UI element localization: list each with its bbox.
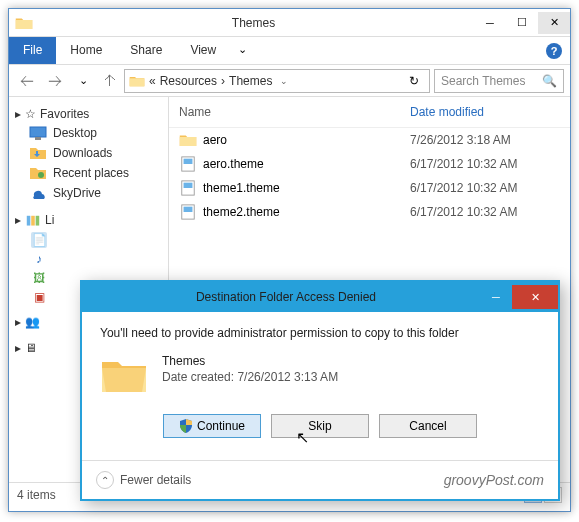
svg-rect-3 — [27, 216, 31, 226]
dialog-footer: ⌃ Fewer details groovyPost.com — [82, 460, 558, 499]
dialog-title: Destination Folder Access Denied — [92, 290, 480, 304]
svg-rect-1 — [35, 137, 41, 140]
tab-home[interactable]: Home — [56, 37, 116, 64]
fewer-details-link[interactable]: Fewer details — [120, 473, 191, 487]
tab-file[interactable]: File — [9, 37, 56, 64]
up-button[interactable]: 🡡 — [100, 69, 120, 93]
search-input[interactable]: Search Themes 🔍 — [434, 69, 564, 93]
column-headers: Name Date modified — [169, 97, 570, 128]
sidebar-item-downloads[interactable]: Downloads — [13, 143, 164, 163]
access-denied-dialog: Destination Folder Access Denied ─ ✕ You… — [80, 280, 560, 501]
svg-point-2 — [38, 172, 44, 178]
window-title: Themes — [33, 16, 474, 30]
recent-icon — [29, 166, 47, 180]
dialog-body: You'll need to provide administrator per… — [82, 312, 558, 460]
sidebar-item-recent[interactable]: Recent places — [13, 163, 164, 183]
minimize-button[interactable]: ─ — [474, 12, 506, 34]
column-name[interactable]: Name — [179, 105, 410, 119]
dialog-close-button[interactable]: ✕ — [512, 285, 558, 309]
favorites-group: ▸ ☆ Favorites Desktop Downloads Recent p… — [13, 105, 164, 203]
svg-rect-9 — [184, 183, 193, 188]
address-bar[interactable]: « Resources › Themes ⌄ ↻ — [124, 69, 430, 93]
folder-large-icon — [100, 354, 148, 396]
chevron-icon: ▸ — [15, 315, 21, 329]
desktop-icon — [29, 126, 47, 140]
list-item-file[interactable]: aero.theme 6/17/2012 10:32 AM — [169, 152, 570, 176]
refresh-button[interactable]: ↻ — [403, 74, 425, 88]
chevron-icon: ▸ — [15, 213, 21, 227]
chevron-up-icon[interactable]: ⌃ — [96, 471, 114, 489]
help-icon[interactable]: ? — [546, 43, 562, 59]
pictures-icon[interactable]: 🖼 — [31, 270, 47, 286]
column-date[interactable]: Date modified — [410, 105, 560, 119]
libraries-icon — [25, 214, 41, 226]
dialog-message: You'll need to provide administrator per… — [100, 326, 540, 340]
dialog-buttons: Continue Skip Cancel — [100, 414, 540, 438]
star-icon: ☆ — [25, 107, 36, 121]
dialog-folder-date: Date created: 7/26/2012 3:13 AM — [162, 370, 338, 384]
favorites-header[interactable]: ▸ ☆ Favorites — [13, 105, 164, 123]
tab-share[interactable]: Share — [116, 37, 176, 64]
svg-rect-0 — [30, 127, 46, 137]
chevron-down-icon[interactable]: ⌄ — [276, 76, 292, 86]
titlebar: Themes ─ ☐ ✕ — [9, 9, 570, 37]
svg-rect-4 — [31, 216, 35, 226]
sidebar-item-skydrive[interactable]: SkyDrive — [13, 183, 164, 203]
breadcrumb[interactable]: « Resources › Themes — [145, 74, 276, 88]
music-icon[interactable]: ♪ — [31, 251, 47, 267]
ribbon-expand-icon[interactable]: ⌄ — [230, 37, 255, 64]
continue-button[interactable]: Continue — [163, 414, 261, 438]
svg-rect-7 — [184, 159, 193, 164]
folder-icon — [179, 132, 197, 148]
theme-file-icon — [179, 204, 197, 220]
theme-file-icon — [179, 156, 197, 172]
svg-rect-11 — [184, 207, 193, 212]
skip-button[interactable]: Skip — [271, 414, 369, 438]
history-dropdown-icon[interactable]: ⌄ — [71, 68, 96, 93]
homegroup-icon: 👥 — [25, 315, 40, 329]
search-icon: 🔍 — [542, 74, 557, 88]
navigation-bar: 🡠 🡢 ⌄ 🡡 « Resources › Themes ⌄ ↻ Search … — [9, 65, 570, 97]
downloads-icon — [29, 146, 47, 160]
libraries-header[interactable]: ▸ Li — [13, 211, 164, 229]
dialog-minimize-button[interactable]: ─ — [480, 285, 512, 309]
tab-view[interactable]: View — [176, 37, 230, 64]
ribbon-tabs: File Home Share View ⌄ ? — [9, 37, 570, 65]
dialog-folder-name: Themes — [162, 354, 338, 368]
item-count: 4 items — [17, 488, 56, 502]
svg-rect-5 — [36, 216, 40, 226]
videos-icon[interactable]: ▣ — [31, 289, 47, 305]
watermark: groovyPost.com — [444, 472, 544, 488]
dialog-folder-info: Themes Date created: 7/26/2012 3:13 AM — [100, 354, 540, 396]
close-button[interactable]: ✕ — [538, 12, 570, 34]
documents-icon[interactable]: 📄 — [31, 232, 47, 248]
chevron-icon: ▸ — [15, 107, 21, 121]
back-button[interactable]: 🡠 — [15, 69, 39, 93]
skydrive-icon — [29, 186, 47, 200]
dialog-window-controls: ─ ✕ — [480, 285, 558, 309]
maximize-button[interactable]: ☐ — [506, 12, 538, 34]
folder-icon — [129, 74, 145, 88]
uac-shield-icon — [179, 419, 193, 433]
theme-file-icon — [179, 180, 197, 196]
list-item-file[interactable]: theme2.theme 6/17/2012 10:32 AM — [169, 200, 570, 224]
chevron-icon: ▸ — [15, 341, 21, 355]
list-item-folder[interactable]: aero 7/26/2012 3:18 AM — [169, 128, 570, 152]
dialog-titlebar: Destination Folder Access Denied ─ ✕ — [82, 282, 558, 312]
dialog-folder-details: Themes Date created: 7/26/2012 3:13 AM — [162, 354, 338, 384]
list-item-file[interactable]: theme1.theme 6/17/2012 10:32 AM — [169, 176, 570, 200]
cancel-button[interactable]: Cancel — [379, 414, 477, 438]
window-controls: ─ ☐ ✕ — [474, 12, 570, 34]
computer-icon: 🖥 — [25, 341, 37, 355]
sidebar-item-desktop[interactable]: Desktop — [13, 123, 164, 143]
folder-icon — [15, 14, 33, 32]
forward-button[interactable]: 🡢 — [43, 69, 67, 93]
